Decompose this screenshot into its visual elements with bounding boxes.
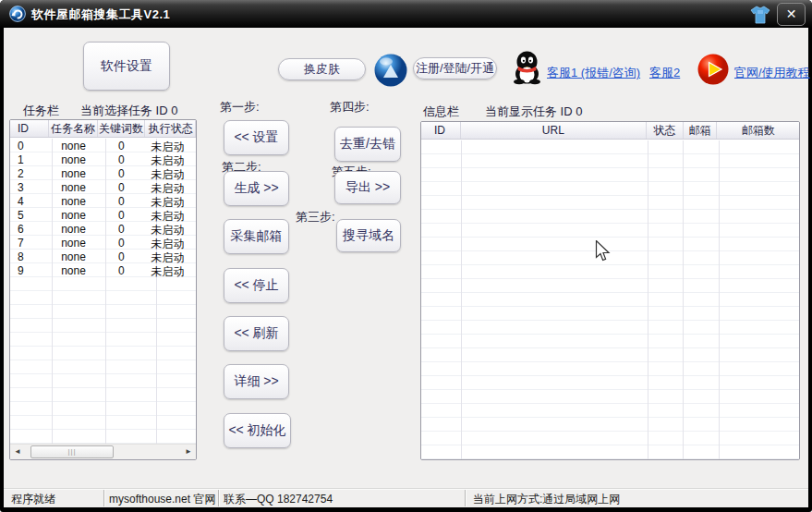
info-table-header: ID URL 状态 邮箱 邮箱数 — [421, 122, 799, 140]
task-cell-status: 未启动 — [144, 250, 196, 264]
main-content: 软件设置 换皮肤 注册/登陆/开通 客服1 (报错/咨询) 客服2 — [4, 28, 808, 507]
task-cell-keywords: 0 — [98, 167, 144, 181]
task-cell-status: 未启动 — [144, 153, 196, 167]
task-header-name[interactable]: 任务名称 — [49, 120, 98, 137]
qq-icon[interactable] — [511, 50, 543, 85]
app-window: 软件屋邮箱搜集工具V2.1 ✕ 软件设置 换皮肤 注册/登陆/开通 — [0, 0, 812, 512]
task-cell-name: none — [49, 167, 98, 181]
task-row[interactable]: 6none0未启动 — [10, 223, 196, 237]
detail-button[interactable]: 详细 >> — [224, 364, 289, 399]
task-cell-name: none — [49, 237, 98, 250]
website-tutorial-link[interactable]: 官网/使用教程 — [734, 65, 810, 81]
task-cell-name: none — [49, 209, 98, 223]
stop-button[interactable]: << 停止 — [224, 268, 289, 303]
task-cell-name: none — [49, 250, 98, 264]
info-header-mailcount[interactable]: 邮箱数 — [717, 122, 799, 139]
task-cell-status: 未启动 — [144, 264, 196, 278]
task-row[interactable]: 2none0未启动 — [10, 167, 196, 181]
task-cell-status: 未启动 — [144, 209, 196, 223]
initialize-button[interactable]: << 初始化 — [224, 413, 291, 448]
generate-button[interactable]: 生成 >> — [224, 171, 289, 206]
search-domain-button[interactable]: 搜寻域名 — [336, 219, 401, 252]
status-contact: 联系—QQ 182742754 — [224, 492, 333, 507]
task-cell-status: 未启动 — [144, 195, 196, 209]
scrollbar-thumb[interactable]: ||| — [30, 445, 114, 458]
collect-email-button[interactable]: 采集邮箱 — [224, 219, 289, 254]
task-cell-status: 未启动 — [144, 237, 196, 250]
current-task-label: 当前选择任务 ID 0 — [80, 103, 177, 119]
task-panel-label: 任务栏 — [23, 103, 59, 119]
close-button[interactable]: ✕ — [777, 3, 806, 26]
task-cell-keywords: 0 — [98, 153, 144, 167]
task-row[interactable]: 3none0未启动 — [10, 181, 196, 195]
task-list-panel[interactable]: ID 任务名称 关键词数 执行状态 0none0未启动 1none0未启动 2n… — [9, 119, 197, 460]
task-cell-status: 未启动 — [144, 140, 196, 153]
tutorial-play-icon[interactable] — [697, 54, 729, 85]
dedupe-button[interactable]: 去重/去错 — [334, 127, 401, 162]
status-divider — [218, 490, 219, 506]
task-cell-status: 未启动 — [144, 167, 196, 181]
task-header-keywords[interactable]: 关键词数 — [98, 120, 144, 137]
status-network: 当前上网方式:通过局域网上网 — [473, 492, 620, 507]
task-header-status[interactable]: 执行状态 — [145, 120, 196, 137]
task-cell-status: 未启动 — [144, 223, 196, 237]
software-settings-button[interactable]: 软件设置 — [83, 42, 170, 91]
task-cell-keywords: 0 — [98, 237, 144, 250]
info-header-url[interactable]: URL — [461, 122, 647, 139]
task-table-body: 0none0未启动 1none0未启动 2none0未启动 3none0未启动 … — [10, 139, 196, 444]
task-row[interactable]: 9none0未启动 — [10, 264, 196, 278]
task-cell-id: 4 — [10, 195, 49, 209]
globe-icon[interactable] — [373, 53, 408, 88]
refresh-button[interactable]: << 刷新 — [224, 316, 289, 351]
task-cell-name: none — [49, 153, 98, 167]
window-title: 软件屋邮箱搜集工具V2.1 — [31, 6, 170, 23]
task-cell-id: 0 — [10, 140, 49, 153]
grid-line — [683, 140, 684, 459]
service2-link[interactable]: 客服2 — [649, 65, 680, 81]
info-list-panel[interactable]: ID URL 状态 邮箱 邮箱数 — [420, 121, 800, 460]
task-cell-name: none — [49, 181, 98, 195]
register-login-button[interactable]: 注册/登陆/开通 — [413, 57, 497, 79]
change-skin-button[interactable]: 换皮肤 — [278, 58, 366, 80]
grid-line — [719, 140, 720, 459]
task-cell-keywords: 0 — [98, 264, 144, 278]
task-cell-id: 6 — [10, 223, 49, 237]
service1-link[interactable]: 客服1 (报错/咨询) — [547, 65, 640, 81]
task-header-id[interactable]: ID — [10, 120, 49, 137]
task-row[interactable]: 1none0未启动 — [10, 153, 196, 167]
task-row[interactable]: 4none0未启动 — [10, 195, 196, 209]
task-cell-id: 2 — [10, 167, 49, 181]
task-cell-id: 3 — [10, 181, 49, 195]
horizontal-scrollbar[interactable]: ◄ ||| ► — [10, 444, 196, 459]
task-cell-keywords: 0 — [98, 250, 144, 264]
task-cell-id: 1 — [10, 153, 49, 167]
info-header-mail[interactable]: 邮箱 — [684, 122, 718, 139]
task-cell-keywords: 0 — [98, 209, 144, 223]
info-header-status[interactable]: 状态 — [647, 122, 684, 139]
task-cell-name: none — [49, 223, 98, 237]
step1-label: 第一步: — [220, 99, 260, 116]
task-cell-status: 未启动 — [144, 181, 196, 195]
skin-shirt-icon[interactable] — [750, 6, 770, 24]
task-cell-name: none — [49, 264, 98, 278]
task-cell-keywords: 0 — [98, 195, 144, 209]
title-bar: 软件屋邮箱搜集工具V2.1 ✕ — [0, 0, 812, 28]
task-row[interactable]: 0none0未启动 — [10, 140, 196, 153]
scroll-left-arrow[interactable]: ◄ — [14, 447, 21, 456]
scroll-right-arrow[interactable]: ► — [185, 447, 192, 456]
export-button[interactable]: 导出 >> — [334, 171, 401, 204]
task-cell-id: 5 — [10, 209, 49, 223]
step3-label: 第三步: — [296, 209, 335, 226]
app-icon — [9, 6, 26, 22]
task-row[interactable]: 7none0未启动 — [10, 237, 196, 250]
info-header-id[interactable]: ID — [421, 122, 461, 139]
status-divider — [465, 490, 466, 506]
task-cell-name: none — [49, 140, 98, 153]
task-cell-id: 7 — [10, 237, 49, 250]
info-table-body — [421, 140, 799, 459]
status-bar: 程序就绪 mysofthouse.net 官网 联系—QQ 182742754 … — [4, 488, 808, 507]
setup-button[interactable]: << 设置 — [224, 120, 289, 155]
status-site: mysofthouse.net 官网 — [109, 492, 215, 507]
task-row[interactable]: 5none0未启动 — [10, 209, 196, 223]
task-row[interactable]: 8none0未启动 — [10, 250, 196, 264]
